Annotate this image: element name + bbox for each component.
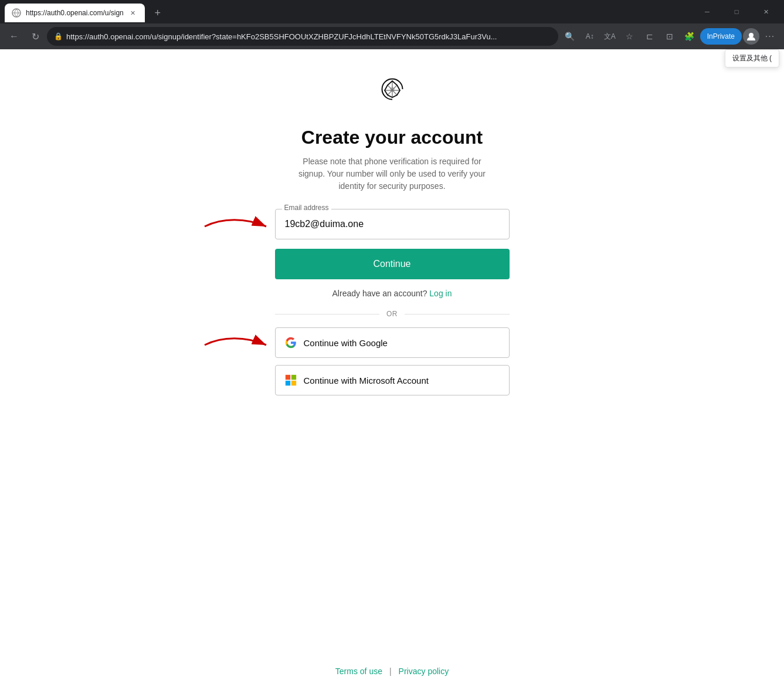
tab-favicon [12,8,21,18]
or-divider: OR [275,310,510,318]
settings-tooltip-text: 设置及其他 ( [732,54,772,62]
search-icon[interactable]: 🔍 [561,27,579,46]
back-button[interactable]: ← [5,27,23,46]
openai-logo [381,77,404,103]
settings-tooltip: 设置及其他 ( [725,49,779,67]
svg-rect-8 [285,381,290,385]
or-line-right [405,314,510,314]
new-tab-button[interactable]: + [150,5,166,21]
microsoft-button-label: Continue with Microsoft Account [304,376,429,385]
page-subtitle: Please note that phone verification is r… [298,155,486,192]
svg-rect-9 [291,381,296,385]
privacy-link[interactable]: Privacy policy [399,667,449,676]
close-window-button[interactable]: ✕ [752,2,779,21]
maximize-button[interactable]: □ [723,2,750,21]
lock-icon: 🔒 [54,32,63,40]
google-arrow [199,333,269,357]
address-bar-row: ← ↻ 🔒 https://auth0.openai.com/u/signup/… [0,23,784,49]
inprivate-button[interactable]: InPrivate [700,28,742,45]
address-text: https://auth0.openai.com/u/signup/identi… [66,32,551,41]
split-view-icon[interactable]: ⊏ [640,27,659,46]
google-icon [285,337,297,349]
login-link[interactable]: Log in [429,289,452,298]
toolbar-icons: 🔍 A↕ 文A ☆ ⊏ ⊡ 🧩 InPrivate ··· [561,27,779,46]
profile-avatar[interactable] [743,28,759,45]
microsoft-icon [285,374,297,386]
collections-icon[interactable]: ⊡ [660,27,679,46]
continue-button[interactable]: Continue [275,249,510,279]
email-label: Email address [282,204,331,212]
signup-container: Create your account Please note that pho… [275,127,510,402]
extensions-icon[interactable]: 🧩 [680,27,699,46]
favorites-icon[interactable]: ☆ [620,27,639,46]
svg-rect-7 [291,375,296,380]
email-input[interactable] [275,209,510,239]
email-field-group: Email address [275,209,510,239]
reader-view-icon[interactable]: A↕ [581,27,599,46]
browser-titlebar: https://auth0.openai.com/u/sign ✕ + ─ □ … [0,0,784,23]
browser-chrome: https://auth0.openai.com/u/sign ✕ + ─ □ … [0,0,784,49]
email-form-wrapper: Email address [275,209,510,249]
email-arrow [199,215,269,238]
footer-separator: | [389,667,392,676]
google-button-label: Continue with Google [304,338,388,348]
microsoft-button[interactable]: Continue with Microsoft Account [275,365,510,395]
svg-rect-6 [285,375,290,380]
browser-tab-active[interactable]: https://auth0.openai.com/u/sign ✕ [5,4,145,22]
terms-link[interactable]: Terms of use [335,667,382,676]
svg-point-3 [390,87,395,92]
minimize-button[interactable]: ─ [694,2,721,21]
page-content: Create your account Please note that pho… [0,49,784,669]
window-controls: ─ □ ✕ [694,2,779,21]
page-title: Create your account [301,127,483,148]
svg-point-2 [749,33,754,38]
translate-icon[interactable]: 文A [600,27,619,46]
more-menu-button[interactable]: ··· [761,27,779,46]
login-prompt: Already have an account? Log in [332,289,452,298]
address-bar[interactable]: 🔒 https://auth0.openai.com/u/signup/iden… [47,27,558,46]
tab-close-button[interactable]: ✕ [128,8,138,18]
footer-links: Terms of use | Privacy policy [335,667,449,676]
or-text: OR [386,310,398,318]
google-btn-wrapper: Continue with Google [275,327,510,365]
microsoft-btn-wrapper: Continue with Microsoft Account [275,365,510,402]
inprivate-label: InPrivate [707,32,735,40]
already-account-text: Already have an account? [332,289,427,298]
or-line-left [275,314,380,314]
google-button[interactable]: Continue with Google [275,327,510,358]
refresh-button[interactable]: ↻ [26,27,45,46]
tab-title: https://auth0.openai.com/u/sign [26,9,124,17]
